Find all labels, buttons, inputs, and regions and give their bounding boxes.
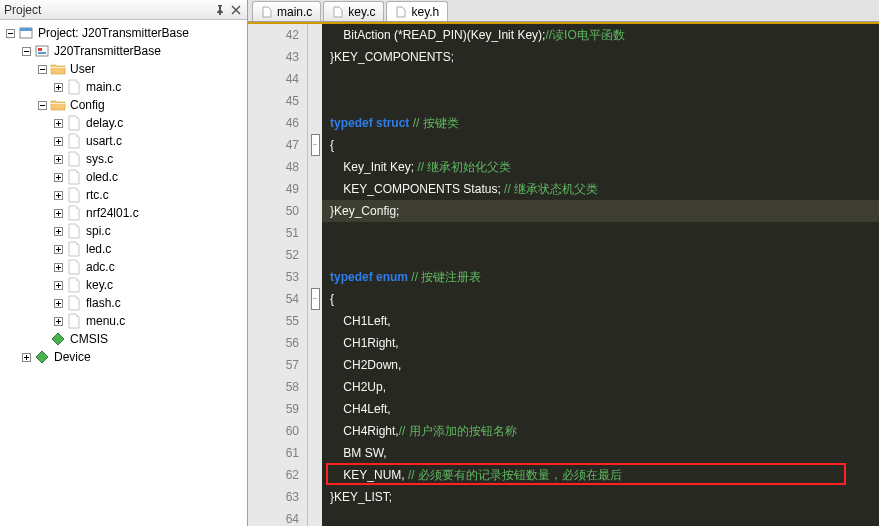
code-line[interactable]: KEY_NUM, // 必须要有的记录按钮数量，必须在最后 (322, 464, 879, 486)
code-line[interactable]: BM SW, (322, 442, 879, 464)
tree-file[interactable]: main.c (0, 78, 247, 96)
code-line[interactable] (322, 244, 879, 266)
folder-icon (50, 97, 66, 113)
tree-file[interactable]: usart.c (0, 132, 247, 150)
expand-icon[interactable] (52, 243, 64, 255)
code-line[interactable]: typedef enum // 按键注册表 (322, 266, 879, 288)
line-number: 43 (248, 46, 299, 68)
tree-item-label: main.c (86, 80, 121, 94)
folder-icon (50, 61, 66, 77)
tree-root[interactable]: Project: J20TransmitterBase (0, 24, 247, 42)
code-line[interactable]: CH2Down, (322, 354, 879, 376)
collapse-icon[interactable] (4, 27, 16, 39)
tree-item-label: Device (54, 350, 91, 364)
tree-item-label: menu.c (86, 314, 125, 328)
expand-icon[interactable] (52, 297, 64, 309)
tree-file[interactable]: menu.c (0, 312, 247, 330)
tree-item-label: key.c (86, 278, 113, 292)
tree-file[interactable]: sys.c (0, 150, 247, 168)
expand-icon[interactable] (52, 153, 64, 165)
file-icon (66, 79, 82, 95)
tree-item-label: flash.c (86, 296, 121, 310)
file-icon (332, 6, 344, 18)
code-line[interactable]: CH4Right,// 用户添加的按钮名称 (322, 420, 879, 442)
expand-icon[interactable] (52, 189, 64, 201)
code-line[interactable]: { (322, 134, 879, 156)
package-icon (34, 349, 50, 365)
code-line[interactable]: CH1Left, (322, 310, 879, 332)
panel-title: Project (4, 3, 211, 17)
expand-icon[interactable] (20, 351, 32, 363)
tree-item-label: oled.c (86, 170, 118, 184)
code-line[interactable] (322, 68, 879, 90)
line-number: 46 (248, 112, 299, 134)
file-icon (66, 151, 82, 167)
code-line[interactable] (322, 90, 879, 112)
line-number: 61 (248, 442, 299, 464)
code-line[interactable] (322, 508, 879, 526)
line-number: 60 (248, 420, 299, 442)
file-icon (66, 187, 82, 203)
tree-item-label: Config (70, 98, 105, 112)
tree-item-label: Project: J20TransmitterBase (38, 26, 189, 40)
editor-tab[interactable]: key.c (323, 1, 384, 21)
svg-rect-8 (38, 52, 46, 54)
tree-file[interactable]: key.c (0, 276, 247, 294)
editor-tab[interactable]: main.c (252, 1, 321, 21)
tree-file[interactable]: rtc.c (0, 186, 247, 204)
tree-file[interactable]: delay.c (0, 114, 247, 132)
tree-file[interactable]: oled.c (0, 168, 247, 186)
tree-file[interactable]: flash.c (0, 294, 247, 312)
expand-icon[interactable] (52, 135, 64, 147)
code-line[interactable]: BitAction (*READ_PIN)(Key_Init Key);//读I… (322, 24, 879, 46)
code-line[interactable]: CH2Up, (322, 376, 879, 398)
collapse-icon[interactable] (36, 99, 48, 111)
tree-folder-user[interactable]: User (0, 60, 247, 78)
expand-icon[interactable] (52, 225, 64, 237)
file-icon (66, 259, 82, 275)
collapse-icon[interactable] (36, 63, 48, 75)
fold-toggle-icon[interactable]: − (311, 134, 320, 156)
expand-icon[interactable] (52, 207, 64, 219)
tree-file[interactable]: nrf24l01.c (0, 204, 247, 222)
code-line[interactable]: }Key_Config; (322, 200, 879, 222)
tree-file[interactable]: adc.c (0, 258, 247, 276)
expand-icon[interactable] (52, 279, 64, 291)
code-line[interactable]: Key_Init Key; // 继承初始化父类 (322, 156, 879, 178)
expand-icon[interactable] (52, 315, 64, 327)
expand-icon[interactable] (52, 171, 64, 183)
project-tree[interactable]: Project: J20TransmitterBaseJ20Transmitte… (0, 20, 247, 526)
code-editor[interactable]: 4243444546474849505152535455565758596061… (248, 22, 879, 526)
expand-icon[interactable] (52, 261, 64, 273)
tree-file[interactable]: spi.c (0, 222, 247, 240)
code-line[interactable]: CH1Right, (322, 332, 879, 354)
code-line[interactable]: KEY_COMPONENTS Status; // 继承状态机父类 (322, 178, 879, 200)
tree-file[interactable]: led.c (0, 240, 247, 258)
expand-icon[interactable] (52, 117, 64, 129)
code-line[interactable]: }KEY_COMPONENTS; (322, 46, 879, 68)
tree-folder-cmsis[interactable]: CMSIS (0, 330, 247, 348)
file-icon (395, 6, 407, 18)
code-text-area[interactable]: BitAction (*READ_PIN)(Key_Init Key);//读I… (322, 24, 879, 526)
editor-tab[interactable]: key.h (386, 1, 448, 21)
code-line[interactable] (322, 222, 879, 244)
collapse-icon[interactable] (20, 45, 32, 57)
code-line[interactable]: typedef struct // 按键类 (322, 112, 879, 134)
panel-close-icon[interactable] (229, 3, 243, 17)
panel-pin-icon[interactable] (213, 3, 227, 17)
code-line[interactable]: CH4Left, (322, 398, 879, 420)
code-line[interactable]: { (322, 288, 879, 310)
tree-item-label: usart.c (86, 134, 122, 148)
code-line[interactable]: }KEY_LIST; (322, 486, 879, 508)
line-number: 55 (248, 310, 299, 332)
file-icon (66, 115, 82, 131)
tree-folder-config[interactable]: Config (0, 96, 247, 114)
tree-folder-device[interactable]: Device (0, 348, 247, 366)
fold-toggle-icon[interactable]: − (311, 288, 320, 310)
expand-icon[interactable] (52, 81, 64, 93)
fold-gutter[interactable]: −− (308, 24, 322, 526)
line-number-gutter: 4243444546474849505152535455565758596061… (248, 24, 308, 526)
project-panel: Project Project: J20TransmitterBaseJ20Tr… (0, 0, 248, 526)
tree-project[interactable]: J20TransmitterBase (0, 42, 247, 60)
line-number: 44 (248, 68, 299, 90)
